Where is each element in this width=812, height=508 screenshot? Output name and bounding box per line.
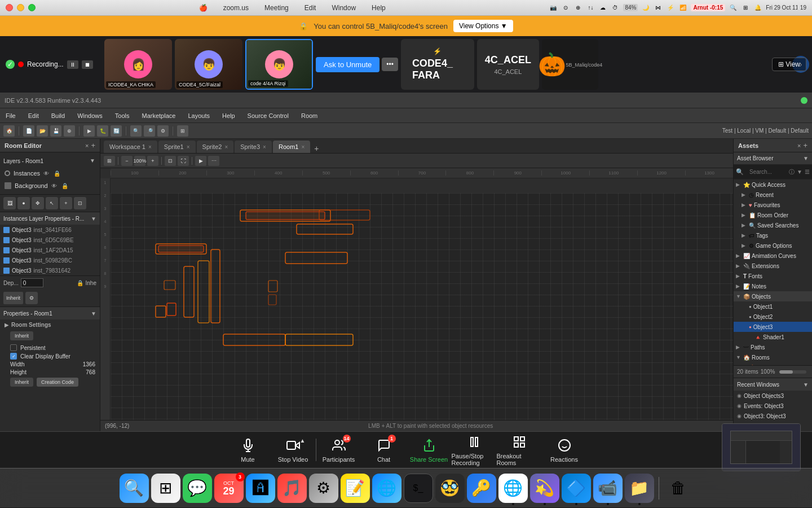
mute-button[interactable]: Mute ▲ [226, 433, 271, 467]
menu-build[interactable]: Build [49, 111, 67, 120]
thumbnail-preview[interactable] [722, 423, 801, 471]
save-button[interactable]: 💾 [50, 125, 61, 137]
dock-moustache[interactable]: 🥸 [435, 474, 465, 503]
depth-input[interactable] [21, 278, 43, 287]
dock-messages[interactable]: 💬 [183, 474, 212, 503]
dock-finder2[interactable]: 📁 [625, 474, 654, 503]
participant-thumb-3[interactable]: 👦 code 4/4A Rizqi [245, 39, 313, 90]
inst-check-5[interactable] [3, 268, 10, 274]
dock-zoom[interactable]: 📹 [593, 474, 623, 503]
search-info-icon[interactable]: ⓘ [789, 168, 795, 176]
reactions-button[interactable]: Reactions [542, 433, 587, 467]
instance-row-5[interactable]: Object3 inst_79831642 [0, 265, 100, 275]
menu-file[interactable]: File [3, 111, 18, 120]
tray-search[interactable]: 🔍 [729, 3, 738, 12]
menu-zoomus[interactable]: zoom.us [220, 3, 252, 13]
menu-layouts[interactable]: Layouts [186, 111, 212, 120]
open-button[interactable]: 📂 [37, 125, 48, 137]
tree-item-paths[interactable]: ▶ 〰 Paths [734, 342, 812, 352]
tab-sprite3-close[interactable]: × [263, 144, 266, 150]
zoom-in-button[interactable]: 🔎 [144, 125, 155, 137]
menu-edit[interactable]: Edit [301, 3, 320, 13]
participant-thumb-2[interactable]: 👦 CODE4_5C/Faizal [175, 39, 242, 90]
tool-move[interactable]: ✥ [32, 197, 44, 209]
dock-safari[interactable]: 🌐 [372, 474, 401, 503]
room-editor-close[interactable]: × [85, 142, 89, 149]
inst-check-1[interactable] [3, 227, 10, 233]
background-eye-icon[interactable]: 👁 [51, 183, 57, 189]
props-expand-icon[interactable]: ▼ [91, 310, 96, 317]
stop-video-arrow[interactable]: ▲ [300, 437, 306, 444]
tray-ctrl[interactable]: ⊞ [741, 3, 750, 12]
tab-sprite1-close[interactable]: × [187, 144, 190, 150]
tree-item-shader1[interactable]: 🔺 Shader1 [734, 332, 812, 342]
dock-music[interactable]: 🎵 [277, 474, 307, 503]
instances-lock-icon[interactable]: 🔒 [54, 170, 60, 177]
tree-item-object2[interactable]: ● Object2 [734, 312, 812, 322]
recent-item-object-objects3[interactable]: ◉ Object Objects3 [734, 391, 812, 401]
layer-instances[interactable]: Instances 👁 🔒 [0, 167, 100, 179]
dock-chrome[interactable]: 🌐 [498, 474, 528, 503]
run-button[interactable]: ▶ [83, 125, 95, 137]
clean-button[interactable]: 🔄 [111, 125, 122, 137]
tree-item-game-options[interactable]: ▶ ⚙ Game Options [734, 240, 812, 251]
tool-add[interactable]: + [60, 197, 72, 209]
minimize-button[interactable] [17, 4, 24, 11]
new-button[interactable]: 📄 [23, 125, 34, 137]
settings-button[interactable]: ⚙ [157, 125, 169, 137]
name-card-fara[interactable]: ⚡ CODE4_ FARA [401, 39, 474, 90]
home-button[interactable]: 🏠 [3, 125, 15, 137]
instance-row-2[interactable]: Object3 inst_6D5C69BE [0, 235, 100, 245]
tab-sprite1[interactable]: Sprite1 × [158, 141, 196, 153]
halloween-card[interactable]: 🎃 5B_Maliq/code4 [542, 39, 598, 90]
tool-circle[interactable]: ● [17, 197, 30, 209]
share-screen-button[interactable]: Share Screen [407, 433, 452, 467]
recording-pause-button[interactable]: ⏸ [67, 60, 78, 69]
tab-sprite3[interactable]: Sprite3 × [235, 141, 272, 153]
dock-finder[interactable]: 🔍 [120, 474, 149, 503]
dock-vscode[interactable]: 🔷 [562, 474, 591, 503]
tree-item-notes[interactable]: ▶ 📝 Notes [734, 281, 812, 291]
asset-browser-expand[interactable]: ▼ [803, 155, 809, 161]
inherit-button[interactable]: Inherit [3, 292, 23, 304]
canvas-zoom-100[interactable]: 100% [134, 156, 145, 166]
dock-terminal[interactable]: $_ [404, 474, 433, 503]
tree-item-object3[interactable]: ● Object3 [734, 322, 812, 332]
gear-button[interactable]: ⚙ [25, 292, 38, 304]
persistent-checkbox[interactable] [10, 344, 17, 351]
background-lock-icon[interactable]: 🔒 [61, 183, 68, 189]
tree-item-objects[interactable]: ▼ 📦 Objects [734, 291, 812, 301]
clear-display-checkbox[interactable]: ✓ [10, 353, 17, 360]
canvas-fit[interactable]: ⊡ [165, 156, 176, 166]
menu-help-ide[interactable]: Help [220, 111, 237, 120]
tree-item-favourites[interactable]: ▶ ♥ Favourites [734, 200, 812, 210]
tab-workspace1-close[interactable]: × [148, 144, 152, 150]
tree-item-room-order[interactable]: ▶ 📋 Room Order [734, 210, 812, 220]
canvas-extras[interactable]: ⋯ [208, 156, 219, 166]
participant-thumb-1[interactable]: 👩 ICODE4_KA CHIKA [104, 39, 172, 90]
dock-notes[interactable]: 📝 [341, 474, 370, 503]
tab-sprite2[interactable]: Sprite2 × [197, 141, 234, 153]
inst-check-2[interactable] [3, 237, 10, 243]
dock-1password[interactable]: 🔑 [467, 474, 496, 503]
inst-check-3[interactable] [3, 247, 10, 253]
recent-expand-icon[interactable]: ▼ [803, 382, 809, 388]
tab-room1-close[interactable]: × [301, 144, 304, 150]
breakout-rooms-button[interactable]: Breakout Rooms [497, 433, 542, 467]
recent-item-object3-object3[interactable]: ◉ Object3: Object3 [734, 411, 812, 421]
menu-tools[interactable]: Tools [113, 111, 132, 120]
dock-teams[interactable]: 💫 [530, 474, 559, 503]
dock-calendar[interactable]: OCT 29 3 [214, 474, 244, 503]
tab-workspace1[interactable]: Workspace 1 × [104, 141, 157, 153]
name-card-acel[interactable]: 4C_ACEL 4C_ACEL [477, 39, 539, 90]
dock-system-prefs[interactable]: ⚙ [309, 474, 338, 503]
save-all-button[interactable]: ⊕ [64, 125, 75, 137]
canvas-play[interactable]: ▶ [195, 156, 206, 166]
maximize-button[interactable] [28, 4, 36, 11]
pause-recording-button[interactable]: Pause/Stop Recording [452, 433, 497, 467]
ask-unmute-button[interactable]: Ask to Unmute [316, 57, 379, 72]
canvas-zoom-out[interactable]: − [121, 156, 133, 166]
chat-button[interactable]: 1 Chat [361, 433, 407, 467]
tool-image[interactable]: 🖼 [3, 197, 16, 209]
close-button[interactable] [6, 4, 13, 11]
